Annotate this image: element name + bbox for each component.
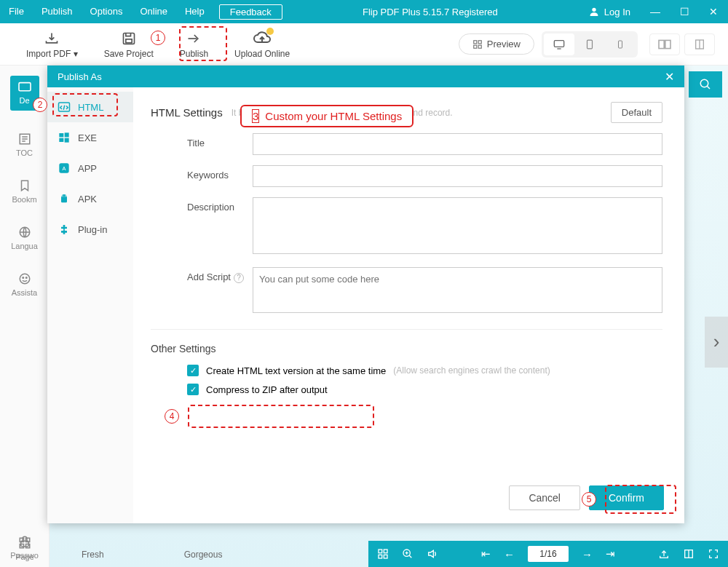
prev-page-icon[interactable]: ← [504, 548, 515, 560]
preview-label: Preview [487, 39, 521, 49]
tablet-device-button[interactable] [574, 33, 605, 55]
sidebar-page-label: Page [15, 552, 34, 561]
checkbox-html-text-version[interactable]: ✓ Create HTML text version at the same t… [151, 365, 662, 376]
svg-rect-26 [379, 555, 382, 558]
last-page-icon[interactable]: ⇥ [606, 547, 615, 560]
menu-help[interactable]: Help [176, 0, 213, 23]
keywords-input[interactable] [253, 165, 662, 187]
tab-apk-label: APK [78, 194, 97, 205]
modal-close-button[interactable]: ✕ [665, 70, 674, 84]
share-icon[interactable] [658, 548, 670, 560]
menu-publish[interactable]: Publish [33, 0, 82, 23]
thumbnails-icon[interactable] [377, 548, 389, 560]
keywords-label: Keywords [151, 165, 253, 187]
sidebar-bookmark[interactable]: Bookm [12, 179, 36, 204]
search-button[interactable] [689, 71, 722, 98]
checkbox-icon: ✓ [187, 365, 199, 376]
svg-rect-4 [478, 40, 481, 43]
zoom-icon[interactable] [402, 548, 414, 560]
tab-app-label: APP [78, 163, 97, 174]
title-label: Title [151, 133, 253, 155]
svg-rect-21 [26, 538, 30, 542]
publish-as-modal: Publish As ✕ HTML EXE A APP APK P [47, 66, 684, 523]
tab-exe[interactable]: EXE [47, 122, 133, 153]
tab-plugin[interactable]: Plug-in [47, 214, 133, 245]
sidebar-assistant-label: Assista [12, 288, 37, 297]
svg-rect-32 [59, 133, 63, 137]
login-button[interactable]: Log In [578, 6, 641, 17]
svg-rect-24 [379, 550, 382, 553]
app-title: Flip PDF Plus 5.15.7 Registered [282, 7, 578, 17]
feedback-button[interactable]: Feedback [219, 4, 282, 20]
menu-bar: File Publish Options Online Help [0, 0, 213, 23]
description-input[interactable] [253, 197, 662, 254]
book-icon[interactable] [683, 548, 695, 560]
tab-html-label: HTML [78, 102, 103, 113]
html-icon [58, 100, 71, 114]
sidebar-toc[interactable]: TOC [16, 132, 33, 157]
theme-fresh[interactable]: Fresh [82, 550, 104, 560]
device-toggle [542, 31, 638, 58]
menu-options[interactable]: Options [82, 0, 132, 23]
sidebar-design[interactable]: De [10, 76, 39, 111]
tab-html[interactable]: HTML [47, 92, 133, 122]
upload-icon [253, 30, 271, 47]
svg-rect-10 [659, 40, 664, 48]
next-page-arrow[interactable]: › [705, 317, 728, 368]
save-project-button[interactable]: Save Project [91, 30, 167, 59]
view-single-button[interactable] [684, 33, 715, 55]
checkbox-compress-zip[interactable]: ✓ Compress to ZIP after output [151, 384, 662, 395]
sidebar-page[interactable]: Page [0, 536, 50, 561]
user-icon [588, 6, 600, 17]
view-spread-button[interactable] [649, 33, 680, 55]
preview-button[interactable]: Preview [459, 33, 534, 55]
menu-file[interactable]: File [0, 0, 33, 23]
default-button[interactable]: Default [611, 102, 662, 123]
menu-online[interactable]: Online [131, 0, 176, 23]
svg-point-39 [65, 195, 66, 196]
minimize-icon: — [650, 6, 660, 17]
svg-rect-11 [665, 40, 670, 48]
theme-thumbnails: Fresh Gorgeous [82, 550, 222, 560]
import-pdf-button[interactable]: Import PDF ▾ [13, 30, 91, 59]
desktop-device-button[interactable] [544, 33, 574, 55]
minimize-button[interactable]: — [641, 0, 670, 23]
publish-button[interactable]: Publish [167, 30, 221, 59]
theme-gorgeous[interactable]: Gorgeous [184, 550, 223, 560]
sound-icon[interactable] [427, 548, 438, 560]
save-label: Save Project [104, 49, 154, 59]
help-icon[interactable]: ? [234, 273, 244, 283]
tab-app[interactable]: A APP [47, 153, 133, 183]
modal-content: HTML Settings It benefits the serach eng… [133, 87, 684, 523]
svg-rect-13 [19, 83, 31, 91]
first-page-icon[interactable]: ⇤ [481, 547, 491, 560]
svg-rect-20 [20, 538, 23, 542]
next-page-icon[interactable]: → [582, 548, 593, 560]
title-input[interactable] [253, 133, 662, 155]
sidebar-design-label: De [19, 96, 29, 105]
close-button[interactable]: ✕ [699, 0, 728, 23]
svg-rect-5 [474, 45, 477, 48]
plugin-icon [58, 223, 71, 236]
addscript-input[interactable] [253, 267, 662, 313]
description-label: Description [151, 197, 253, 257]
left-sidebar: De TOC Bookm Langua Assista Passwo [0, 66, 50, 567]
svg-rect-3 [474, 40, 477, 43]
sidebar-assistant[interactable]: Assista [12, 272, 37, 297]
fullscreen-icon[interactable] [708, 548, 719, 560]
maximize-button[interactable]: ☐ [670, 0, 699, 23]
android-icon [58, 192, 71, 205]
sidebar-language[interactable]: Langua [11, 226, 38, 250]
upload-online-button[interactable]: Upload Online [221, 30, 303, 59]
confirm-button[interactable]: Confirm [589, 485, 664, 510]
svg-rect-34 [59, 138, 63, 142]
phone-device-button[interactable] [605, 33, 636, 55]
svg-rect-7 [554, 40, 563, 47]
publish-label: Publish [180, 49, 208, 59]
svg-rect-33 [65, 132, 69, 137]
cancel-button[interactable]: Cancel [509, 485, 580, 510]
page-indicator[interactable]: 1/16 [528, 546, 569, 562]
modal-title: Publish As [58, 71, 102, 82]
tab-apk[interactable]: APK [47, 183, 133, 214]
login-label: Log In [604, 7, 630, 17]
